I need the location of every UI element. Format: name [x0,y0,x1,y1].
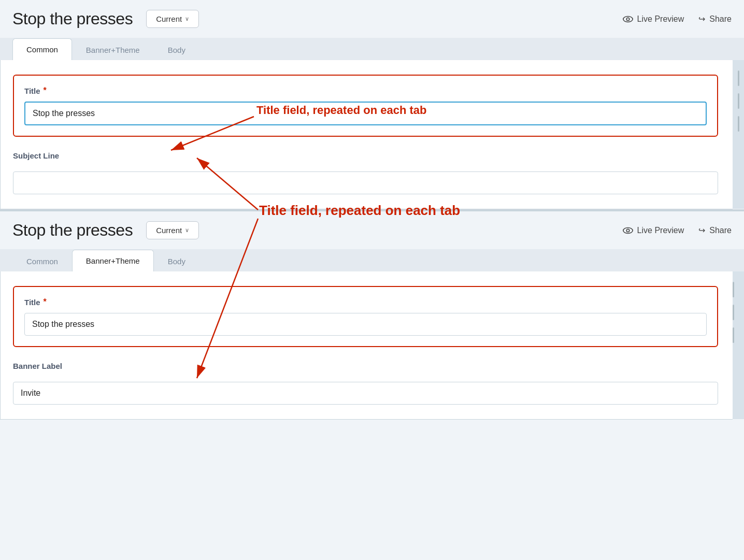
right-strip-line-3 [738,116,739,132]
right-strip-line-b1 [733,282,734,297]
live-preview-button-top[interactable]: Live Preview [623,15,684,24]
right-strip-line-b2 [733,305,734,320]
bottom-content-wrapper: Title * Banner Label [0,271,733,420]
tab-banner-theme-bottom[interactable]: Banner+Theme [72,250,154,272]
tab-common-label-top: Common [26,45,58,54]
tab-banner-theme-label-top: Banner+Theme [86,46,140,54]
tab-banner-theme-label-bottom: Banner+Theme [86,256,140,265]
subject-line-label-text-top: Subject Line [13,151,59,160]
share-button-bottom[interactable]: ↪ Share [698,225,732,235]
right-strip-bottom [733,271,744,419]
required-star-top: * [44,86,47,95]
tab-body-label-top: Body [168,46,185,54]
title-input-bottom[interactable] [24,313,707,336]
right-strip-line-b3 [733,327,734,343]
current-label-bottom: Current [156,226,182,235]
annotation-svg: Title field, repeated on each tab [155,75,518,189]
current-label-top: Current [156,15,182,23]
tab-banner-theme-top[interactable]: Banner+Theme [72,39,154,61]
right-strip-line-2 [738,93,739,109]
title-label-text-top: Title [24,87,40,95]
share-icon-bottom: ↪ [698,225,705,235]
title-section-bottom: Title * [13,286,718,347]
current-dropdown-bottom[interactable]: Current ∨ [146,221,199,239]
live-preview-button-bottom[interactable]: Live Preview [623,226,684,235]
header-actions-top: Live Preview ↪ Share [623,14,732,24]
banner-label-label: Banner Label [13,362,718,370]
share-label-top: Share [709,15,732,24]
live-preview-label-bottom: Live Preview [637,226,684,235]
tab-common-top[interactable]: Common [12,38,72,61]
banner-label-text: Banner Label [13,362,62,370]
right-strip-line-1 [738,70,739,86]
bottom-panel: Stop the presses Current ∨ Live Preview … [0,210,744,420]
share-button-top[interactable]: ↪ Share [698,14,732,24]
title-label-text-bottom: Title [24,298,40,307]
bottom-panel-title: Stop the presses [12,221,133,240]
tabs-bar-top: Common Banner+Theme Body [0,38,744,60]
banner-label-input[interactable] [13,382,718,405]
chevron-down-icon-top: ∨ [185,16,189,22]
tab-body-top[interactable]: Body [154,39,199,61]
svg-point-0 [623,16,633,22]
current-dropdown-top[interactable]: Current ∨ [146,10,199,28]
right-strip-top [733,60,744,209]
tab-common-label-bottom: Common [26,257,58,266]
tab-body-bottom[interactable]: Body [154,250,199,272]
chevron-down-icon-bottom: ∨ [185,227,189,234]
title-label-bottom: Title * [24,297,707,307]
tabs-bar-bottom: Common Banner+Theme Body [0,249,744,271]
required-star-bottom: * [44,297,47,307]
banner-label-section: Banner Label [13,362,718,405]
svg-point-5 [623,227,633,233]
tab-body-label-bottom: Body [168,257,185,266]
svg-line-3 [171,117,254,150]
svg-text:Title field, repeated on each : Title field, repeated on each tab [256,104,426,117]
eye-icon-bottom [623,227,633,234]
eye-icon-top [623,16,633,23]
top-panel-header: Stop the presses Current ∨ Live Preview … [0,0,744,38]
bottom-panel-content: Title * Banner Label [13,271,733,419]
svg-point-1 [626,18,629,20]
svg-point-6 [626,229,629,232]
share-icon-top: ↪ [698,14,705,24]
share-label-bottom: Share [709,226,732,235]
top-panel-title: Stop the presses [12,9,133,28]
live-preview-label-top: Live Preview [637,15,684,24]
bottom-panel-header: Stop the presses Current ∨ Live Preview … [0,211,744,249]
tab-common-bottom[interactable]: Common [12,250,72,272]
header-actions-bottom: Live Preview ↪ Share [623,225,732,235]
